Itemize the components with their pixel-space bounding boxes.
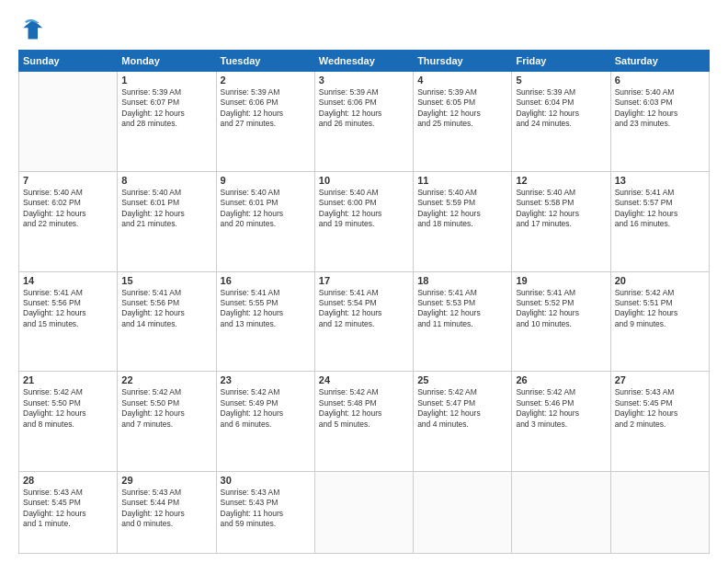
calendar-cell: 14Sunrise: 5:41 AMSunset: 5:56 PMDayligh… [19, 271, 118, 372]
day-info: Sunrise: 5:42 AMSunset: 5:50 PMDaylight:… [23, 387, 113, 430]
calendar-cell: 28Sunrise: 5:43 AMSunset: 5:45 PMDayligh… [19, 472, 118, 554]
day-number: 7 [23, 175, 113, 186]
day-number: 14 [23, 275, 113, 286]
week-row-3: 14Sunrise: 5:41 AMSunset: 5:56 PMDayligh… [19, 271, 710, 372]
logo-icon [18, 17, 44, 42]
day-info: Sunrise: 5:39 AMSunset: 6:05 PMDaylight:… [417, 87, 507, 130]
col-header-saturday: Saturday [610, 51, 709, 72]
day-info: Sunrise: 5:42 AMSunset: 5:49 PMDaylight:… [221, 387, 311, 430]
day-number: 3 [319, 75, 409, 86]
day-number: 11 [417, 175, 507, 186]
calendar-cell: 25Sunrise: 5:42 AMSunset: 5:47 PMDayligh… [414, 372, 512, 472]
day-number: 28 [23, 475, 113, 486]
col-header-sunday: Sunday [19, 51, 118, 72]
day-number: 6 [615, 75, 705, 86]
calendar-cell: 29Sunrise: 5:43 AMSunset: 5:44 PMDayligh… [118, 472, 216, 554]
day-number: 26 [516, 374, 606, 385]
calendar-cell: 7Sunrise: 5:40 AMSunset: 6:02 PMDaylight… [19, 171, 118, 271]
week-row-1: 1Sunrise: 5:39 AMSunset: 6:07 PMDaylight… [19, 72, 710, 172]
day-info: Sunrise: 5:40 AMSunset: 5:58 PMDaylight:… [516, 188, 606, 230]
day-number: 29 [121, 475, 211, 486]
calendar-cell: 9Sunrise: 5:40 AMSunset: 6:01 PMDaylight… [216, 171, 314, 271]
col-header-tuesday: Tuesday [216, 51, 314, 72]
calendar-header-row: SundayMondayTuesdayWednesdayThursdayFrid… [19, 51, 710, 72]
day-info: Sunrise: 5:39 AMSunset: 6:07 PMDaylight:… [121, 87, 211, 130]
calendar-cell: 20Sunrise: 5:42 AMSunset: 5:51 PMDayligh… [610, 271, 709, 372]
day-number: 12 [516, 175, 606, 186]
calendar-cell: 26Sunrise: 5:42 AMSunset: 5:46 PMDayligh… [512, 372, 610, 472]
day-info: Sunrise: 5:42 AMSunset: 5:47 PMDaylight:… [417, 387, 507, 430]
calendar-cell: 21Sunrise: 5:42 AMSunset: 5:50 PMDayligh… [19, 372, 118, 472]
day-number: 15 [121, 275, 211, 286]
calendar-cell: 23Sunrise: 5:42 AMSunset: 5:49 PMDayligh… [216, 372, 314, 472]
col-header-wednesday: Wednesday [314, 51, 413, 72]
day-info: Sunrise: 5:43 AMSunset: 5:43 PMDaylight:… [221, 488, 311, 530]
day-info: Sunrise: 5:40 AMSunset: 6:00 PMDaylight:… [319, 188, 409, 230]
calendar-cell: 1Sunrise: 5:39 AMSunset: 6:07 PMDaylight… [118, 72, 216, 172]
week-row-4: 21Sunrise: 5:42 AMSunset: 5:50 PMDayligh… [19, 372, 710, 472]
calendar-cell: 5Sunrise: 5:39 AMSunset: 6:04 PMDaylight… [512, 72, 610, 172]
day-number: 9 [221, 175, 311, 186]
day-info: Sunrise: 5:41 AMSunset: 5:52 PMDaylight:… [516, 288, 606, 330]
day-number: 2 [221, 75, 311, 86]
day-number: 23 [221, 374, 311, 385]
day-info: Sunrise: 5:41 AMSunset: 5:56 PMDaylight:… [121, 288, 211, 330]
day-number: 22 [121, 374, 211, 385]
week-row-2: 7Sunrise: 5:40 AMSunset: 6:02 PMDaylight… [19, 171, 710, 271]
day-number: 1 [121, 75, 211, 86]
calendar-cell: 12Sunrise: 5:40 AMSunset: 5:58 PMDayligh… [512, 171, 610, 271]
day-number: 20 [615, 275, 705, 286]
calendar-cell: 15Sunrise: 5:41 AMSunset: 5:56 PMDayligh… [118, 271, 216, 372]
day-number: 30 [221, 475, 311, 486]
calendar-cell: 22Sunrise: 5:42 AMSunset: 5:50 PMDayligh… [118, 372, 216, 472]
day-info: Sunrise: 5:40 AMSunset: 6:03 PMDaylight:… [615, 87, 705, 130]
col-header-thursday: Thursday [414, 51, 512, 72]
day-info: Sunrise: 5:41 AMSunset: 5:55 PMDaylight:… [221, 288, 311, 330]
day-number: 27 [615, 374, 705, 385]
calendar-cell: 17Sunrise: 5:41 AMSunset: 5:54 PMDayligh… [314, 271, 413, 372]
calendar-cell: 4Sunrise: 5:39 AMSunset: 6:05 PMDaylight… [414, 72, 512, 172]
day-number: 8 [121, 175, 211, 186]
calendar-cell: 2Sunrise: 5:39 AMSunset: 6:06 PMDaylight… [216, 72, 314, 172]
day-info: Sunrise: 5:41 AMSunset: 5:57 PMDaylight:… [615, 188, 705, 230]
day-number: 25 [417, 374, 507, 385]
day-info: Sunrise: 5:39 AMSunset: 6:04 PMDaylight:… [516, 87, 606, 130]
day-info: Sunrise: 5:43 AMSunset: 5:45 PMDaylight:… [615, 387, 705, 430]
day-number: 18 [417, 275, 507, 286]
calendar-cell [19, 72, 118, 172]
page: SundayMondayTuesdayWednesdayThursdayFrid… [0, 0, 728, 563]
day-info: Sunrise: 5:39 AMSunset: 6:06 PMDaylight:… [319, 87, 409, 130]
week-row-5: 28Sunrise: 5:43 AMSunset: 5:45 PMDayligh… [19, 472, 710, 554]
col-header-monday: Monday [118, 51, 216, 72]
col-header-friday: Friday [512, 51, 610, 72]
header [18, 17, 710, 42]
day-info: Sunrise: 5:43 AMSunset: 5:44 PMDaylight:… [121, 488, 211, 530]
day-info: Sunrise: 5:40 AMSunset: 5:59 PMDaylight:… [417, 188, 507, 230]
calendar-cell: 11Sunrise: 5:40 AMSunset: 5:59 PMDayligh… [414, 171, 512, 271]
day-info: Sunrise: 5:41 AMSunset: 5:54 PMDaylight:… [319, 288, 409, 330]
calendar-cell: 24Sunrise: 5:42 AMSunset: 5:48 PMDayligh… [314, 372, 413, 472]
calendar-cell: 3Sunrise: 5:39 AMSunset: 6:06 PMDaylight… [314, 72, 413, 172]
calendar-cell: 18Sunrise: 5:41 AMSunset: 5:53 PMDayligh… [414, 271, 512, 372]
day-info: Sunrise: 5:40 AMSunset: 6:01 PMDaylight:… [221, 188, 311, 230]
day-info: Sunrise: 5:42 AMSunset: 5:48 PMDaylight:… [319, 387, 409, 430]
day-info: Sunrise: 5:40 AMSunset: 6:02 PMDaylight:… [23, 188, 113, 230]
calendar-cell: 27Sunrise: 5:43 AMSunset: 5:45 PMDayligh… [610, 372, 709, 472]
calendar-cell [512, 472, 610, 554]
calendar-cell: 16Sunrise: 5:41 AMSunset: 5:55 PMDayligh… [216, 271, 314, 372]
day-info: Sunrise: 5:39 AMSunset: 6:06 PMDaylight:… [221, 87, 311, 130]
day-number: 10 [319, 175, 409, 186]
day-info: Sunrise: 5:42 AMSunset: 5:46 PMDaylight:… [516, 387, 606, 430]
calendar-cell [610, 472, 709, 554]
day-info: Sunrise: 5:41 AMSunset: 5:53 PMDaylight:… [417, 288, 507, 330]
day-number: 4 [417, 75, 507, 86]
day-info: Sunrise: 5:42 AMSunset: 5:50 PMDaylight:… [121, 387, 211, 430]
calendar-cell: 8Sunrise: 5:40 AMSunset: 6:01 PMDaylight… [118, 171, 216, 271]
calendar-cell: 10Sunrise: 5:40 AMSunset: 6:00 PMDayligh… [314, 171, 413, 271]
calendar-table: SundayMondayTuesdayWednesdayThursdayFrid… [18, 50, 710, 554]
day-number: 17 [319, 275, 409, 286]
day-number: 16 [221, 275, 311, 286]
calendar-cell [314, 472, 413, 554]
day-number: 13 [615, 175, 705, 186]
logo [18, 17, 50, 42]
